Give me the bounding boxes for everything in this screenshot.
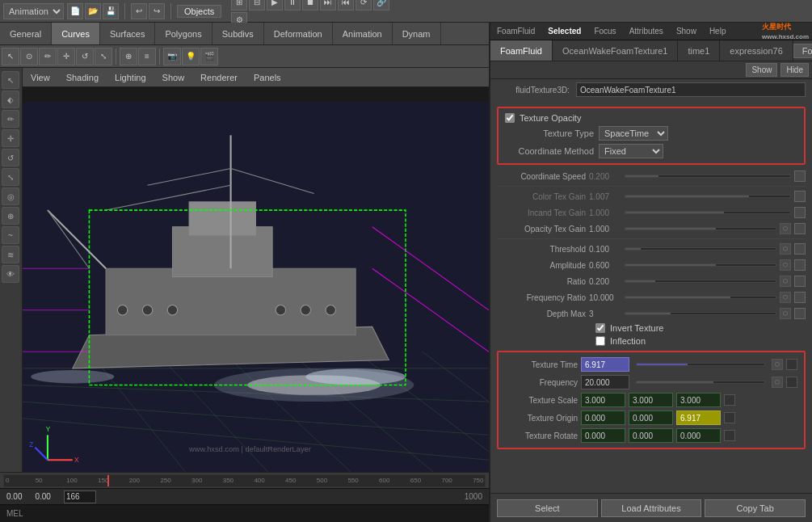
incand-tex-icon[interactable] xyxy=(794,207,806,218)
ratio-conn[interactable]: ⬡ xyxy=(780,276,791,287)
texture-type-select[interactable]: SpaceTime Perlin Noise xyxy=(599,126,668,141)
frequency-icon[interactable] xyxy=(786,377,797,388)
move-icon[interactable]: ✛ xyxy=(2,129,19,147)
amplitude-conn[interactable]: ⬡ xyxy=(780,259,791,271)
inflection-checkbox[interactable] xyxy=(595,336,605,346)
tab-general[interactable]: General xyxy=(0,23,52,44)
snap-tool[interactable]: ⊕ xyxy=(120,48,137,65)
cam-tool[interactable]: 📷 xyxy=(163,48,181,65)
soft-icon[interactable]: ~ xyxy=(2,226,19,244)
save-icon[interactable]: 💾 xyxy=(103,3,119,19)
menu-show[interactable]: Show xyxy=(154,71,193,84)
texture-scale-x[interactable] xyxy=(581,393,625,407)
texture-rotate-y[interactable] xyxy=(629,428,673,443)
light-tool[interactable]: 💡 xyxy=(182,48,200,65)
tab-dynam[interactable]: Dynam xyxy=(393,23,441,44)
tool4[interactable]: ⏸ xyxy=(284,0,301,11)
texture-time-slider[interactable] xyxy=(636,363,765,366)
texture-rotate-z[interactable] xyxy=(676,428,721,443)
tab-foamfluid[interactable]: FoamFluid xyxy=(490,40,553,61)
tab-subdivs[interactable]: Subdivs xyxy=(212,23,264,44)
texture-time-icon[interactable] xyxy=(786,359,797,370)
select-icon[interactable]: ↖ xyxy=(2,71,19,89)
show2-icon[interactable]: 👁 xyxy=(2,265,19,283)
fluid-id-input[interactable] xyxy=(576,82,806,97)
frequency-input[interactable] xyxy=(581,375,629,389)
opacity-tex-slider[interactable] xyxy=(625,227,776,230)
new-icon[interactable]: 📄 xyxy=(67,3,83,19)
texture-origin-y[interactable] xyxy=(629,410,673,425)
menu-renderer[interactable]: Renderer xyxy=(192,71,246,84)
depth-max-conn[interactable]: ⬡ xyxy=(780,308,791,319)
frequency-slider[interactable] xyxy=(636,381,765,384)
scale-icon[interactable]: ⤡ xyxy=(2,168,19,186)
tab-curves[interactable]: Curves xyxy=(52,23,100,44)
texture-time-input[interactable] xyxy=(581,357,629,372)
nav-foamfluid[interactable]: FoamFluid xyxy=(494,25,538,37)
threshold-slider[interactable] xyxy=(625,247,776,250)
pivot-icon[interactable]: ⊕ xyxy=(2,207,19,225)
freq-ratio-slider[interactable] xyxy=(625,296,776,299)
ratio-icon[interactable] xyxy=(794,276,806,287)
tab-polygons[interactable]: Polygons xyxy=(155,23,212,44)
render-icon[interactable]: 🎬 xyxy=(200,48,218,65)
texture-opacity-checkbox[interactable] xyxy=(505,113,515,123)
tab-time1[interactable]: time1 xyxy=(678,40,720,61)
nav-selected[interactable]: Selected xyxy=(545,25,584,37)
tab-deformation[interactable]: Deformation xyxy=(264,23,333,44)
texture-origin-z[interactable] xyxy=(676,410,721,425)
snap2-icon[interactable]: ◎ xyxy=(2,187,19,205)
threshold-icon[interactable] xyxy=(794,243,806,255)
rotate-tool[interactable]: ↺ xyxy=(76,48,94,65)
paint2-icon[interactable]: ✏ xyxy=(2,110,19,128)
scale-tool[interactable]: ⤡ xyxy=(95,48,112,65)
texture-scale-y[interactable] xyxy=(629,393,673,407)
tool1[interactable]: ⊞ xyxy=(231,0,247,11)
opacity-tex-conn[interactable]: ⬡ xyxy=(780,223,791,234)
tool7[interactable]: ⏮ xyxy=(338,0,354,11)
tool5[interactable]: ⏹ xyxy=(302,0,318,11)
select-button[interactable]: Select xyxy=(497,499,598,517)
lasso-icon[interactable]: ⬖ xyxy=(2,91,19,108)
tab-surfaces[interactable]: Surfaces xyxy=(100,23,155,44)
menu-shading[interactable]: Shading xyxy=(58,71,107,84)
tab-animation[interactable]: Animation xyxy=(333,23,393,44)
freq-ratio-conn[interactable]: ⬡ xyxy=(780,292,791,303)
freq-ratio-icon[interactable] xyxy=(794,292,806,303)
frequency-conn[interactable]: ⬡ xyxy=(772,377,783,388)
nav-attributes[interactable]: Attributes xyxy=(626,25,667,37)
open-icon[interactable]: 📂 xyxy=(85,3,101,19)
redo-icon[interactable]: ↪ xyxy=(149,3,165,19)
hist-tool[interactable]: ≡ xyxy=(138,48,156,65)
tab-expression[interactable]: expression76 xyxy=(720,40,793,61)
timeline-ruler[interactable]: 0 50 100 150 200 250 300 350 400 450 500… xyxy=(3,474,486,487)
ratio-slider[interactable] xyxy=(625,280,776,283)
depth-max-icon[interactable] xyxy=(794,308,806,319)
texture-rotate-icon[interactable] xyxy=(724,430,735,441)
copy-tab-button[interactable]: Copy Tab xyxy=(705,499,806,517)
hide-button[interactable]: Hide xyxy=(780,63,809,77)
texture-rotate-x[interactable] xyxy=(581,428,625,443)
coord-method-select[interactable]: Fixed Grid xyxy=(599,144,663,158)
amplitude-slider[interactable] xyxy=(625,263,776,267)
amplitude-icon[interactable] xyxy=(794,259,806,271)
tool8[interactable]: ⟳ xyxy=(356,0,372,11)
invert-texture-checkbox[interactable] xyxy=(595,323,605,333)
tool9[interactable]: 🔗 xyxy=(373,0,389,11)
menu-lighting[interactable]: Lighting xyxy=(107,71,154,84)
nav-focus[interactable]: Focus xyxy=(591,25,619,37)
select-tool[interactable]: ↖ xyxy=(2,48,19,65)
frame-input[interactable] xyxy=(64,490,96,503)
color-tex-slider[interactable] xyxy=(625,195,791,198)
rotate-icon[interactable]: ↺ xyxy=(2,149,19,166)
mel-input[interactable] xyxy=(30,509,482,518)
coord-speed-slider[interactable] xyxy=(625,175,791,178)
mode-select[interactable]: Animation xyxy=(3,3,64,19)
paint-tool[interactable]: ✏ xyxy=(39,48,57,65)
nav-help[interactable]: Help xyxy=(706,25,730,37)
nav-show[interactable]: Show xyxy=(673,25,700,37)
coord-speed-icon[interactable] xyxy=(794,170,806,182)
threshold-conn[interactable]: ⬡ xyxy=(780,243,791,255)
move-tool[interactable]: ✛ xyxy=(57,48,75,65)
texture-scale-z[interactable] xyxy=(676,393,721,407)
